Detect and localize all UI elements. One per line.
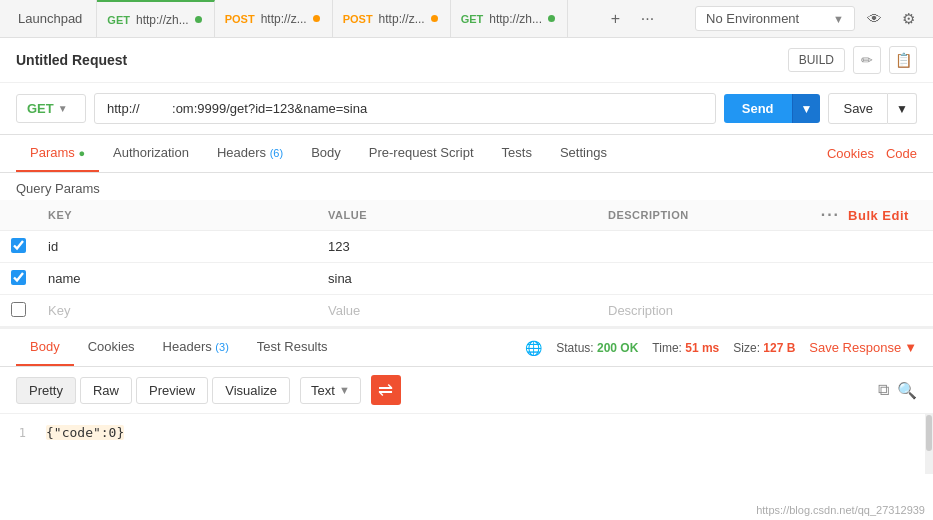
save-icon[interactable]: 📋: [889, 46, 917, 74]
view-visualize-button[interactable]: Visualize: [212, 377, 290, 404]
tab-get-4[interactable]: GET http://zh...: [451, 0, 568, 38]
row-placeholder-value[interactable]: [316, 295, 596, 326]
tab-method-4: GET: [461, 13, 484, 25]
row-1-desc[interactable]: [596, 231, 809, 262]
tab-body[interactable]: Body: [297, 135, 355, 172]
time-label: Time: 51 ms: [652, 341, 719, 355]
url-bar: GET ▼ Send ▼ Save ▼: [0, 83, 933, 135]
resp-tab-test-results[interactable]: Test Results: [243, 329, 342, 366]
watermark: https://blog.csdn.net/qq_27312939: [756, 504, 925, 516]
tab-post-3[interactable]: POST http://z...: [333, 0, 451, 38]
tab-url-1: http://zh...: [136, 13, 189, 27]
col-desc-header: DESCRIPTION: [596, 200, 809, 231]
tab-post-2[interactable]: POST http://z...: [215, 0, 333, 38]
tab-tests[interactable]: Tests: [488, 135, 546, 172]
tab-dot-2: [313, 15, 320, 22]
edit-icon[interactable]: ✏: [853, 46, 881, 74]
row-2-value[interactable]: [316, 263, 596, 294]
code-link[interactable]: Code: [886, 146, 917, 161]
chevron-down-icon: ▼: [833, 13, 844, 25]
eye-button[interactable]: 👁: [859, 4, 889, 34]
body-icons: ⧉ 🔍: [878, 381, 917, 400]
cookies-link[interactable]: Cookies: [827, 146, 874, 161]
response-section: Body Cookies Headers (3) Test Results 🌐 …: [0, 327, 933, 474]
response-status-bar: 🌐 Status: 200 OK Time: 51 ms Size: 127 B…: [525, 340, 917, 356]
save-button[interactable]: Save: [828, 93, 888, 124]
save-response-label: Save Response: [809, 340, 901, 355]
url-input[interactable]: [94, 93, 716, 124]
resp-tab-headers[interactable]: Headers (3): [149, 329, 243, 366]
row-placeholder-key[interactable]: [36, 295, 316, 326]
scroll-thumb[interactable]: [926, 415, 932, 451]
request-tabs: Params ● Authorization Headers (6) Body …: [0, 135, 933, 173]
status-value: 200 OK: [597, 341, 638, 355]
method-select[interactable]: GET ▼: [16, 94, 86, 123]
code-content[interactable]: {"code":0}: [36, 422, 933, 466]
tab-dot-4: [548, 15, 555, 22]
more-options-icon[interactable]: ···: [821, 206, 840, 224]
format-label: Text: [311, 383, 335, 398]
query-params-section: Query Params: [0, 173, 933, 200]
row-placeholder-desc[interactable]: [596, 295, 809, 326]
add-tab-button[interactable]: +: [600, 4, 630, 34]
environment-label: No Environment: [706, 11, 799, 26]
format-select[interactable]: Text ▼: [300, 377, 361, 404]
tab-pre-request[interactable]: Pre-request Script: [355, 135, 488, 172]
tab-authorization[interactable]: Authorization: [99, 135, 203, 172]
bulk-edit-button[interactable]: Bulk Edit: [848, 208, 909, 223]
copy-icon[interactable]: ⧉: [878, 381, 889, 400]
params-table: KEY VALUE DESCRIPTION ··· Bulk Edit: [0, 200, 933, 327]
view-raw-button[interactable]: Raw: [80, 377, 132, 404]
tab-bar: Launchpad GET http://zh... POST http://z…: [0, 0, 933, 38]
more-tabs-button[interactable]: ···: [632, 4, 662, 34]
response-body-area: 1 {"code":0}: [0, 414, 933, 474]
method-chevron-icon: ▼: [58, 103, 68, 114]
save-response-button[interactable]: Save Response ▼: [809, 340, 917, 355]
save-button-wrap: Save ▼: [828, 93, 917, 124]
send-button[interactable]: Send: [724, 94, 792, 123]
code-area: 1 {"code":0}: [0, 414, 933, 474]
row-1-value[interactable]: [316, 231, 596, 262]
request-title: Untitled Request: [16, 52, 127, 68]
save-response-chevron-icon: ▼: [904, 340, 917, 355]
row-1-checkbox[interactable]: [11, 238, 26, 253]
tab-launchpad[interactable]: Launchpad: [4, 0, 97, 38]
tab-settings[interactable]: Settings: [546, 135, 621, 172]
response-tabs-bar: Body Cookies Headers (3) Test Results 🌐 …: [0, 329, 933, 367]
resp-tab-body[interactable]: Body: [16, 329, 74, 366]
build-button[interactable]: BUILD: [788, 48, 845, 72]
col-value-header: VALUE: [316, 200, 596, 231]
tab-params[interactable]: Params ●: [16, 135, 99, 172]
row-placeholder-checkbox[interactable]: [11, 302, 26, 317]
view-preview-button[interactable]: Preview: [136, 377, 208, 404]
line-numbers: 1: [0, 422, 36, 466]
send-button-wrap: Send ▼: [724, 94, 821, 123]
row-2-desc[interactable]: [596, 263, 809, 294]
col-actions-header: ··· Bulk Edit: [809, 200, 933, 231]
tab-headers[interactable]: Headers (6): [203, 135, 297, 172]
globe-icon[interactable]: 🌐: [525, 340, 542, 356]
tab-method-3: POST: [343, 13, 373, 25]
row-2-checkbox[interactable]: [11, 270, 26, 285]
time-value: 51 ms: [685, 341, 719, 355]
tab-method-1: GET: [107, 14, 130, 26]
body-toolbar: Pretty Raw Preview Visualize Text ▼ ⇌ ⧉ …: [0, 367, 933, 414]
wrap-button[interactable]: ⇌: [371, 375, 401, 405]
resp-tab-cookies[interactable]: Cookies: [74, 329, 149, 366]
search-icon[interactable]: 🔍: [897, 381, 917, 400]
tab-actions: + ···: [600, 4, 662, 34]
headers-badge: (6): [270, 147, 283, 159]
save-dropdown-button[interactable]: ▼: [888, 93, 917, 124]
send-dropdown-button[interactable]: ▼: [792, 94, 821, 123]
title-actions: BUILD ✏ 📋: [788, 46, 917, 74]
row-1-key[interactable]: [36, 231, 316, 262]
tab-get-1[interactable]: GET http://zh...: [97, 0, 214, 38]
environment-select[interactable]: No Environment ▼: [695, 6, 855, 31]
tab-url-4: http://zh...: [489, 12, 542, 26]
tab-method-2: POST: [225, 13, 255, 25]
req-tab-right: Cookies Code: [827, 146, 917, 161]
line-number-1: 1: [16, 422, 26, 444]
view-pretty-button[interactable]: Pretty: [16, 377, 76, 404]
row-2-key[interactable]: [36, 263, 316, 294]
settings-icon[interactable]: ⚙: [893, 4, 923, 34]
